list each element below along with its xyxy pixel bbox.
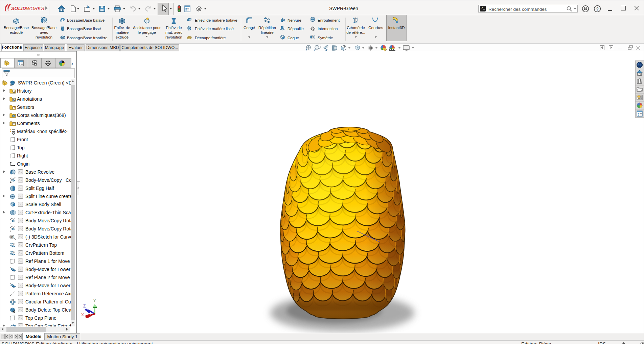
svg-text:Z: Z (83, 304, 86, 309)
svg-text:3D: 3D (10, 236, 14, 239)
svg-text:?: ? (596, 7, 599, 11)
svg-text:X: X (81, 313, 84, 317)
svg-text:Y: Y (93, 299, 96, 303)
svg-text:A: A (13, 98, 15, 101)
